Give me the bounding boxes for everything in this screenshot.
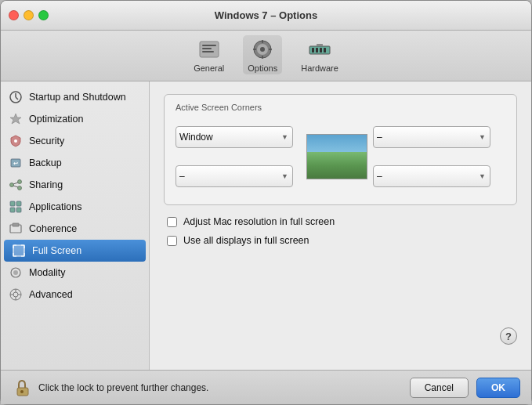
svg-rect-10 [269, 49, 272, 50]
modality-icon [9, 266, 23, 280]
toolbar-hardware-label: Hardware [301, 63, 338, 73]
svg-rect-13 [316, 48, 318, 52]
toolbar-general-label: General [194, 63, 224, 73]
adjust-resolution-label: Adjust Mac resolution in full screen [183, 216, 335, 227]
general-icon [197, 37, 222, 62]
svg-rect-32 [16, 208, 21, 212]
svg-rect-29 [10, 201, 15, 206]
advanced-icon [9, 287, 23, 302]
sidebar-label-startup: Startup and Shutdown [29, 92, 126, 103]
toolbar-icons: General Options [194, 35, 338, 78]
toolbar: General Options [1, 31, 531, 81]
sidebar-label-modality: Modality [29, 267, 66, 278]
main-window: Windows 7 – Options General [0, 0, 532, 405]
help-row: ? [164, 257, 517, 357]
use-all-displays-checkbox[interactable] [167, 236, 177, 246]
svg-rect-7 [262, 40, 263, 43]
section-title-corners: Active Screen Corners [176, 103, 505, 112]
hardware-icon [307, 37, 332, 62]
svg-rect-14 [320, 48, 322, 52]
top-right-corner-select[interactable]: – [373, 126, 490, 148]
applications-icon [9, 200, 23, 214]
sidebar-item-coherence[interactable]: Coherence [1, 218, 149, 240]
svg-rect-31 [10, 208, 15, 212]
svg-text:↩: ↩ [13, 161, 18, 166]
svg-point-25 [18, 180, 22, 184]
sidebar-label-optimization: Optimization [29, 114, 83, 125]
svg-rect-8 [262, 56, 263, 59]
lock-area: Click the lock to prevent further change… [12, 377, 208, 399]
svg-point-37 [13, 270, 18, 275]
sidebar-label-applications: Applications [29, 201, 81, 212]
maximize-button[interactable] [38, 10, 49, 20]
svg-point-45 [20, 390, 24, 393]
svg-line-27 [13, 183, 18, 184]
security-icon [9, 134, 23, 148]
adjust-resolution-row: Adjust Mac resolution in full screen [167, 216, 517, 227]
bottom-left-corner-select[interactable]: – [176, 165, 293, 187]
bottom-bar: Click the lock to prevent further change… [1, 370, 531, 404]
toolbar-item-general[interactable]: General [194, 37, 224, 73]
svg-line-19 [16, 97, 18, 99]
svg-rect-35 [13, 245, 24, 256]
lock-button[interactable] [12, 377, 32, 399]
window-title: Windows 7 – Options [215, 9, 317, 21]
sidebar-item-optimization[interactable]: Optimization [1, 108, 149, 130]
top-left-corner-wrapper[interactable]: Window – [176, 126, 293, 148]
close-button[interactable] [9, 10, 19, 20]
ok-button[interactable]: OK [476, 378, 520, 398]
optimization-icon [9, 112, 23, 126]
window-controls [9, 10, 49, 20]
sidebar-item-full-screen[interactable]: Full Screen [4, 240, 146, 262]
bottom-buttons: Cancel OK [410, 378, 520, 398]
sidebar: Startup and Shutdown Optimization [1, 81, 150, 370]
sidebar-item-applications[interactable]: Applications [1, 196, 149, 218]
sidebar-label-full-screen: Full Screen [32, 245, 81, 256]
cancel-button[interactable]: Cancel [410, 378, 469, 398]
svg-marker-20 [10, 114, 21, 124]
sidebar-item-sharing[interactable]: Sharing [1, 174, 149, 196]
lock-icon [13, 378, 31, 398]
toolbar-item-hardware[interactable]: Hardware [301, 37, 338, 73]
options-icon [250, 37, 275, 62]
svg-point-39 [13, 292, 18, 297]
use-all-displays-row: Use all displays in full screen [167, 235, 517, 246]
fullscreen-options: Adjust Mac resolution in full screen Use… [164, 216, 517, 246]
lock-text: Click the lock to prevent further change… [38, 382, 208, 393]
backup-icon: ↩ [9, 156, 23, 170]
toolbar-options-label: Options [248, 63, 277, 73]
screen-thumbnail [306, 134, 367, 179]
sidebar-label-security: Security [29, 136, 64, 146]
svg-point-6 [260, 47, 265, 52]
sidebar-label-backup: Backup [29, 157, 62, 168]
top-left-corner-select[interactable]: Window – [176, 126, 293, 148]
svg-rect-16 [317, 44, 323, 46]
sidebar-label-coherence: Coherence [29, 223, 77, 234]
svg-rect-12 [312, 48, 314, 52]
content-area: Startup and Shutdown Optimization [1, 81, 531, 370]
svg-point-21 [14, 139, 17, 143]
svg-line-28 [13, 186, 18, 187]
svg-rect-15 [324, 48, 326, 52]
sidebar-item-backup[interactable]: ↩ Backup [1, 152, 149, 174]
adjust-resolution-checkbox[interactable] [167, 217, 177, 227]
titlebar: Windows 7 – Options [1, 1, 531, 31]
bottom-right-corner-select[interactable]: – [373, 165, 490, 187]
sidebar-item-security[interactable]: Security [1, 130, 149, 152]
sidebar-item-advanced[interactable]: Advanced [1, 284, 149, 306]
sidebar-item-modality[interactable]: Modality [1, 262, 149, 284]
svg-rect-30 [16, 201, 21, 206]
sidebar-item-startup-shutdown[interactable]: Startup and Shutdown [1, 86, 149, 108]
bottom-left-corner-wrapper[interactable]: – [176, 165, 293, 187]
svg-rect-2 [202, 48, 212, 49]
svg-rect-34 [13, 223, 19, 226]
bottom-right-corner-wrapper[interactable]: – [373, 165, 490, 187]
help-button[interactable]: ? [500, 327, 517, 345]
startup-icon [9, 90, 23, 104]
full-screen-icon [12, 244, 26, 258]
sidebar-label-sharing: Sharing [29, 179, 63, 190]
svg-point-24 [10, 183, 14, 187]
top-right-corner-wrapper[interactable]: – [373, 126, 490, 148]
toolbar-item-options[interactable]: Options [243, 35, 282, 74]
minimize-button[interactable] [24, 10, 34, 20]
